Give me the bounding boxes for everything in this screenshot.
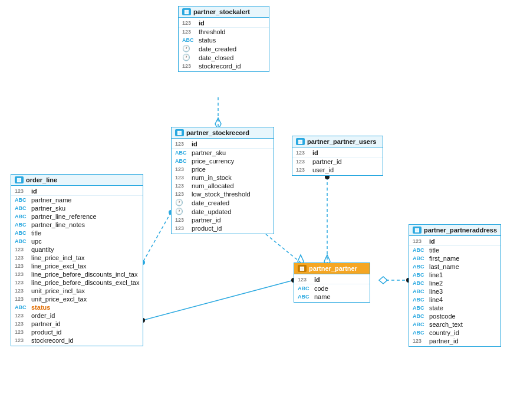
field-status: ABC status (179, 36, 269, 44)
table-icon: ▦ (296, 138, 305, 145)
table-icon: ▦ (15, 176, 24, 183)
table-fields: 123 id ABC partner_sku ABC price_currenc… (172, 139, 274, 234)
table-order-line: ▦ order_line 123 id ABCpartner_name ABCp… (11, 174, 143, 346)
field-threshold: 123 threshold (179, 28, 269, 36)
table-fields: 123 id 123 partner_id 123 user_id (292, 147, 383, 175)
svg-marker-12 (379, 277, 387, 284)
table-icon: ▦ (182, 8, 191, 15)
table-name: partner_partneraddress (424, 227, 497, 234)
field-id: 123 id (292, 149, 383, 158)
table-name: partner_stockalert (193, 8, 250, 15)
table-header-partner-partner: ▦ partner_partner (294, 263, 370, 274)
table-icon: ▦ (413, 227, 421, 234)
table-header-partner-stockalert: ▦ partner_stockalert (179, 6, 269, 18)
field-id: 123 id (11, 187, 143, 196)
table-partner-stockrecord: ▦ partner_stockrecord 123 id ABC partner… (171, 127, 274, 234)
field-id: 123 id (409, 237, 500, 246)
field-id: 123 id (172, 140, 274, 149)
table-fields: 123 id 123 threshold ABC status 🕐 date_c… (179, 18, 269, 71)
table-partner-partner-users: ▦ partner_partner_users 123 id 123 partn… (292, 136, 383, 176)
table-fields: 123 id ABCpartner_name ABCpartner_sku AB… (11, 186, 143, 346)
field-stockrecord-id: 123 stockrecord_id (179, 62, 269, 70)
field-date-closed: 🕐 date_closed (179, 53, 269, 62)
table-icon: ▦ (175, 129, 184, 136)
table-partner-stockalert: ▦ partner_stockalert 123 id 123 threshol… (178, 6, 269, 72)
table-header-partner-partneraddress: ▦ partner_partneraddress (409, 225, 500, 236)
table-name: partner_partner_users (307, 138, 376, 145)
table-header-partner-stockrecord: ▦ partner_stockrecord (172, 127, 274, 139)
field-id: 123 id (179, 19, 269, 28)
svg-line-2 (143, 212, 171, 262)
table-fields: 123 id ABCcode ABCname (294, 274, 370, 302)
table-fields: 123 id ABCtitle ABCfirst_name ABClast_na… (409, 236, 500, 346)
table-name: partner_partner (309, 265, 357, 272)
table-name: partner_stockrecord (186, 129, 249, 136)
field-id: 123 id (294, 275, 370, 284)
svg-line-14 (143, 280, 294, 320)
table-name: order_line (26, 176, 57, 183)
table-partner-partner: ▦ partner_partner 123 id ABCcode ABCname (294, 262, 370, 303)
field-date-created: 🕐 date_created (179, 44, 269, 53)
diagram-canvas: ▦ partner_stockalert 123 id 123 threshol… (0, 0, 517, 420)
table-partner-partneraddress: ▦ partner_partneraddress 123 id ABCtitle… (409, 224, 501, 347)
table-icon: ▦ (298, 265, 307, 272)
table-header-order-line: ▦ order_line (11, 175, 143, 186)
table-header-partner-partner-users: ▦ partner_partner_users (292, 136, 383, 147)
